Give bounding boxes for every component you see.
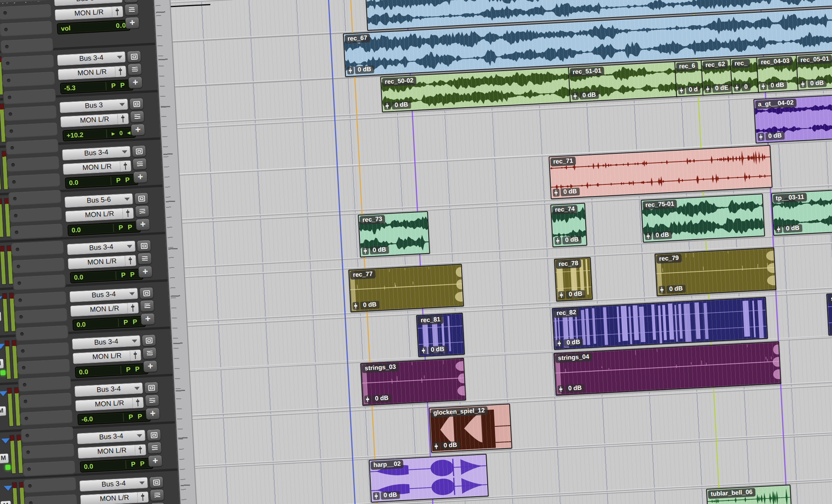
audio-clip[interactable]: rec_05-01 0 dB [796, 53, 832, 90]
audio-clip[interactable]: glocken_spiel_12 0 dB [429, 403, 512, 453]
monitor-path-button[interactable]: MON L/R [68, 255, 136, 269]
insert-slot[interactable] [12, 257, 65, 274]
comments-button[interactable] [133, 158, 147, 170]
track-collapse-triangle-icon[interactable] [3, 486, 12, 491]
playlist-view-button[interactable] [147, 429, 161, 441]
fader-icon[interactable] [125, 255, 136, 266]
add-lane-button[interactable]: + [128, 76, 143, 89]
audio-clip[interactable]: rec_79 0 dB [654, 247, 776, 296]
clip-gain-button[interactable]: 0 dB [558, 384, 585, 393]
monitor-path-button[interactable]: MON L/R [77, 444, 146, 459]
clip-gain-button[interactable]: 0 dB [830, 324, 832, 333]
clip-gain-button[interactable]: 0 dB [556, 338, 583, 348]
insert-slot[interactable] [0, 21, 53, 37]
comments-button[interactable] [147, 441, 162, 454]
clip-gain-button[interactable]: 0 dE [705, 84, 731, 93]
audio-clip[interactable]: rec_51-01 0 dB [568, 61, 678, 103]
insert-slot[interactable] [0, 3, 52, 20]
add-lane-button[interactable]: + [136, 218, 150, 231]
insert-slot[interactable] [8, 189, 62, 206]
track-collapse-triangle-icon[interactable] [0, 344, 5, 349]
comments-button[interactable] [150, 489, 164, 501]
insert-slot[interactable] [3, 105, 57, 122]
insert-slot[interactable] [14, 308, 68, 325]
clip-gain-button[interactable]: 0 dB [352, 301, 380, 310]
add-lane-button[interactable]: + [138, 266, 153, 278]
track-collapse-triangle-icon[interactable] [1, 438, 10, 444]
audio-clip[interactable]: strings_03 0 dB [360, 358, 466, 406]
insert-slot[interactable] [6, 156, 60, 172]
insert-slot[interactable] [0, 37, 54, 54]
clip-gain-button[interactable]: 0 dB [364, 394, 391, 403]
output-selector[interactable]: Bus 5-6 [65, 193, 133, 208]
audio-clip[interactable]: rec_62 0 dE [701, 58, 733, 96]
output-selector[interactable]: Bus 3-4 [69, 288, 138, 302]
monitor-path-button[interactable]: MON L/R [58, 66, 126, 80]
fader-icon[interactable] [112, 6, 123, 17]
output-selector[interactable]: Bus 3-4 [54, 0, 122, 6]
fader-icon[interactable] [132, 397, 143, 408]
output-selector[interactable]: Bus 3-4 [72, 335, 141, 350]
monitor-path-button[interactable]: MON L/R [65, 207, 134, 222]
clip-gain-button[interactable]: 0 dB [757, 132, 785, 141]
clip-gain-button[interactable]: 0 dB [572, 91, 599, 100]
fader-icon[interactable] [130, 350, 141, 361]
audio-clip[interactable]: rec_77 0 dB [348, 264, 464, 312]
fader-icon[interactable] [122, 208, 133, 219]
insert-slot[interactable] [17, 359, 71, 375]
clip-gain-button[interactable]: 0 dB [775, 224, 802, 233]
playlist-view-button[interactable] [144, 382, 159, 394]
monitor-path-button[interactable]: MON L/R [60, 113, 129, 128]
audio-clip[interactable]: rec_81 0 dB [416, 313, 465, 357]
clip-gain-button[interactable]: 0 [734, 83, 751, 92]
mute-button[interactable]: M [0, 358, 4, 369]
insert-slot[interactable] [22, 460, 76, 477]
fader-icon[interactable] [120, 161, 131, 172]
playlist-view-button[interactable] [124, 0, 138, 3]
add-lane-button[interactable]: + [150, 502, 165, 504]
fader-icon[interactable] [117, 113, 129, 124]
clip-gain-button[interactable]: 0 dB [420, 346, 447, 355]
playlist-view-button[interactable] [139, 287, 154, 299]
comments-button[interactable] [142, 347, 157, 360]
comments-button[interactable] [124, 3, 139, 16]
playlist-view-button[interactable] [137, 240, 152, 252]
comments-button[interactable] [127, 63, 142, 76]
clip-gain-button[interactable]: 0 dB [362, 246, 389, 255]
fader-icon[interactable] [134, 445, 146, 455]
monitor-path-button[interactable]: MON L/R [80, 491, 149, 504]
insert-slot[interactable] [12, 274, 66, 291]
insert-slot[interactable] [2, 71, 56, 88]
audio-clip[interactable]: rec_6 0 d [674, 60, 704, 97]
add-lane-button[interactable]: + [133, 171, 148, 183]
audio-clip[interactable]: tp__03-11 0 dB [771, 187, 832, 236]
monitor-path-button[interactable]: MON L/R [73, 349, 141, 364]
audio-clip[interactable]: rec_ 0 [730, 57, 760, 94]
monitor-path-button[interactable]: MON L/R [63, 160, 131, 175]
output-selector[interactable]: Bus 3 [59, 99, 128, 113]
insert-slot[interactable] [21, 426, 74, 443]
add-lane-button[interactable]: + [145, 407, 160, 420]
insert-slot[interactable] [9, 207, 63, 223]
playlist-view-button[interactable] [127, 50, 141, 63]
clip-gain-button[interactable]: 0 dB [347, 65, 374, 75]
audio-clip[interactable]: rec_73 0 dB [358, 211, 430, 257]
monitor-path-button[interactable]: MON L/R [54, 6, 123, 21]
insert-slot[interactable] [13, 291, 67, 308]
insert-slot[interactable] [15, 325, 69, 342]
add-lane-button[interactable]: + [125, 17, 140, 29]
audio-clip[interactable]: sax__01-14 0 dB [826, 287, 832, 335]
track-collapse-triangle-icon[interactable] [0, 296, 2, 302]
add-lane-button[interactable]: + [143, 360, 158, 373]
mute-button[interactable]: M [0, 406, 7, 416]
clip-gain-button[interactable]: 0 dB [433, 441, 460, 450]
clip-gain-button[interactable]: 0 dB [555, 236, 582, 245]
insert-slot[interactable] [19, 409, 73, 426]
output-selector[interactable]: Bus 3-4 [67, 240, 136, 255]
comments-button[interactable] [135, 205, 150, 217]
add-lane-button[interactable]: + [131, 123, 145, 136]
insert-slot[interactable] [18, 375, 72, 392]
add-lane-button[interactable]: + [141, 313, 155, 325]
insert-slot[interactable] [21, 443, 75, 460]
comments-button[interactable] [140, 300, 155, 312]
